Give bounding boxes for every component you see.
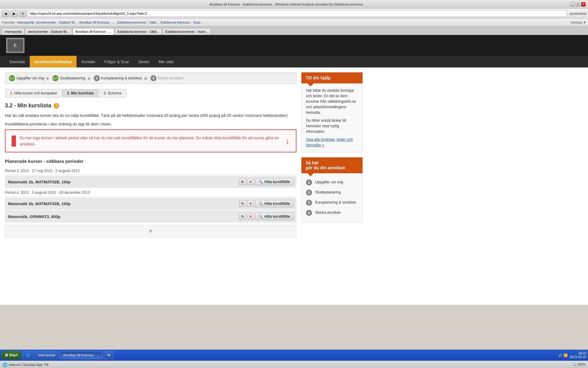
maximize-btn[interactable]: □ — [576, 2, 580, 6]
sidebar-step-2-label: Studieplanering — [315, 190, 341, 195]
course-actions-1: ↻ ✕ 🔍 Hitta kurstillfälle — [239, 178, 293, 186]
browser-title: Ansökan till Komvux - Eskilstuna kommun … — [2, 2, 570, 6]
step-3: 3 Kursplanering & ansökan — [94, 75, 142, 81]
tools-btn[interactable]: Verktyg ▼ — [571, 21, 586, 24]
step-arrow-2: ▶ — [88, 76, 91, 81]
sidebar-panel-steps-body: 1 Uppgifter om mig 2 Studieplanering 3 K… — [301, 173, 363, 222]
sidebar-panel-help-header: Till din hjälp — [301, 72, 363, 83]
site-header: E — [0, 35, 588, 56]
sidebar-step-3-label: Kursplanering & ansökan — [315, 200, 356, 205]
find-icon-1: 🔍 — [258, 180, 263, 184]
step-4: 4 Skicka ansökan — [150, 75, 183, 81]
address-input[interactable] — [28, 10, 567, 17]
find-course-btn-1[interactable]: 🔍 Hitta kurstillfälle — [255, 178, 293, 186]
find-label-3: Hitta kurstillfälle — [264, 214, 290, 219]
browser-titlebar: Ansökan till Komvux - Eskilstuna kommun … — [0, 0, 588, 9]
edit-btn-1[interactable]: ↻ — [239, 178, 246, 185]
nav-ansokan[interactable]: Ansökan/Studieplan — [30, 56, 77, 67]
sidebar-panel-help-title: Till din hjälp — [306, 75, 330, 80]
course-name-2: Matematik 2b, MATMAT02B, 100p — [8, 201, 237, 206]
close-btn[interactable]: ✕ — [581, 2, 586, 6]
fav-ansokan[interactable]: Ansökan till Komvux - ... — [79, 21, 115, 24]
nav-minsida[interactable]: Min sida — [154, 56, 178, 67]
period-4-header: Period 4, 2013 5 augusti 2013 - 20 decem… — [5, 189, 296, 197]
nav-skolor[interactable]: Skolor — [134, 56, 154, 67]
delete-btn-2[interactable]: ✕ — [247, 200, 254, 207]
course-name-1: Matematik 2b, MATMAT02B, 100p — [8, 180, 237, 184]
fav-servicecenter[interactable]: servicecenter - Outlook W... — [36, 21, 77, 24]
page-area: E Startsida Ansökan/Studieplan Kontakt F… — [0, 35, 588, 305]
sidebar-panel-steps: Så härgör du din ansökan 1 Uppgifter om … — [301, 157, 363, 222]
browser-tabs: Internportal servicecenter - Outlook W..… — [0, 26, 588, 35]
tab-ansokan[interactable]: Ansökan till Komvux - ... — [73, 28, 114, 35]
nav-fragor[interactable]: Frågor & Svar — [100, 56, 133, 67]
site-logo: E — [6, 38, 24, 53]
error-text: Du har inga kurser i aktuell period elle… — [20, 135, 290, 147]
delete-btn-1[interactable]: ✕ — [247, 178, 254, 185]
step-3-num: 3 — [94, 75, 100, 81]
nav-bar: Startsida Ansökan/Studieplan Kontakt Frå… — [0, 56, 588, 67]
tab-utbildning[interactable]: Eskilstuna kommun - Utbil... — [115, 28, 162, 35]
courses-section: Planerade kurser - sökbara perioder Peri… — [5, 159, 296, 237]
find-icon-2: 🔍 — [258, 201, 263, 206]
sub-tab-3[interactable]: 3. Schema — [99, 89, 126, 98]
tab-internportal[interactable]: Internportal — [2, 28, 24, 35]
section-title: 3.2 - Min kurslista ? — [5, 102, 296, 109]
nav-kontakt[interactable]: Kontakt — [77, 56, 99, 67]
step-circle-3: 3 — [306, 200, 312, 206]
list-item: 1 Uppgifter om mig — [306, 178, 358, 188]
description-1: Har du valt enstaka kurser ska du nu väl… — [5, 113, 296, 119]
edit-btn-3[interactable]: ↻ — [239, 213, 246, 220]
sidebar-help-text2: Du hittar också länkar till hemsidor med… — [306, 118, 358, 134]
fav-vuxen[interactable]: Eskilstuna kommun - Vuxe... — [161, 21, 203, 24]
error-box: Du har inga kurser i aktuell period elle… — [5, 129, 296, 152]
tab-vuxen[interactable]: Eskilstuna kommun - Vuxe... — [163, 28, 211, 35]
scroll-area[interactable]: ▼ — [5, 225, 296, 237]
tab-servicecenter[interactable]: servicecenter - Outlook W... — [25, 28, 72, 35]
sub-tabs: 1. Hitta kurser och kurspaket 2. Min kur… — [5, 89, 296, 98]
fav-utbildning[interactable]: Eskilstuna kommun - Utbil... — [117, 21, 159, 24]
sidebar-panel-help-body: Här hittar du utvalda övningar och teste… — [301, 83, 363, 152]
step-1-label: Uppgifter om mig — [16, 76, 44, 80]
down-arrow-btn[interactable]: ↓ — [285, 136, 290, 146]
step-1-num: 1✓ — [9, 75, 15, 81]
help-icon[interactable]: ? — [54, 103, 59, 109]
wizard-steps: 1✓ Uppgifter om mig ▶ 2✓ Studieplanering… — [5, 72, 296, 84]
back-btn[interactable]: ◀ — [2, 10, 9, 17]
list-item: 2 Studieplanering — [306, 188, 358, 198]
course-actions-2: ↻ ✕ 🔍 Hitta kurstillfälle — [239, 200, 293, 207]
period-3-header: Period 3, 2013 27 maj 2013 - 2 augusti 2… — [5, 167, 296, 175]
sub-tab-2[interactable]: 2. Min kurslista — [62, 89, 99, 98]
scroll-icon: ▼ — [148, 228, 153, 235]
sidebar-panel-steps-header: Så härgör du din ansökan — [301, 157, 363, 173]
step-2-label: Studieplanering — [60, 76, 85, 80]
minimize-btn[interactable]: _ — [570, 2, 575, 6]
nav-startsida[interactable]: Startsida — [5, 56, 29, 67]
table-row: Matematik 2b, MATMAT02B, 100p ↻ ✕ 🔍 Hitt… — [5, 176, 296, 188]
sidebar-step-1-label: Uppgifter om mig — [315, 179, 343, 185]
find-label-2: Hitta kurstillfälle — [264, 201, 290, 206]
description-2: Kurstillfällena prioriteras i den ordnin… — [5, 121, 296, 127]
error-indicator — [12, 136, 16, 147]
edit-btn-2[interactable]: ↻ — [239, 200, 246, 207]
refresh-btn[interactable]: ↻ — [19, 10, 26, 17]
step-arrow-1: ▶ — [47, 76, 50, 81]
courses-section-title: Planerade kurser - sökbara perioder — [5, 159, 296, 164]
find-icon-3: 🔍 — [258, 214, 263, 219]
sidebar-help-link[interactable]: Visa alla övningar, tester och hemsidor … — [306, 137, 358, 148]
sidebar-panel-steps-title: Så härgör du din ansökan — [306, 160, 345, 170]
find-course-btn-2[interactable]: 🔍 Hitta kurstillfälle — [255, 200, 293, 207]
fav-internportal[interactable]: Internportal — [17, 21, 34, 24]
step-arrow-3: ▶ — [145, 76, 148, 81]
step-2: 2✓ Studieplanering — [52, 75, 85, 81]
delete-btn-3[interactable]: ✕ — [247, 213, 254, 220]
list-item: 3 Kursplanering & ansökan — [306, 198, 358, 208]
step-2-num: 2✓ — [52, 75, 58, 81]
sidebar: Till din hjälp Här hittar du utvalda övn… — [301, 72, 363, 237]
step-circle-4: 4 — [306, 210, 312, 216]
sub-tab-1[interactable]: 1. Hitta kurser och kurspaket — [5, 89, 62, 98]
forward-btn[interactable]: ▶ — [10, 10, 18, 17]
window-controls[interactable]: _ □ ✕ — [570, 2, 586, 6]
main-content: 1✓ Uppgifter om mig ▶ 2✓ Studieplanering… — [5, 72, 296, 237]
find-course-btn-3[interactable]: 🔍 Hitta kurstillfälle — [255, 213, 293, 220]
